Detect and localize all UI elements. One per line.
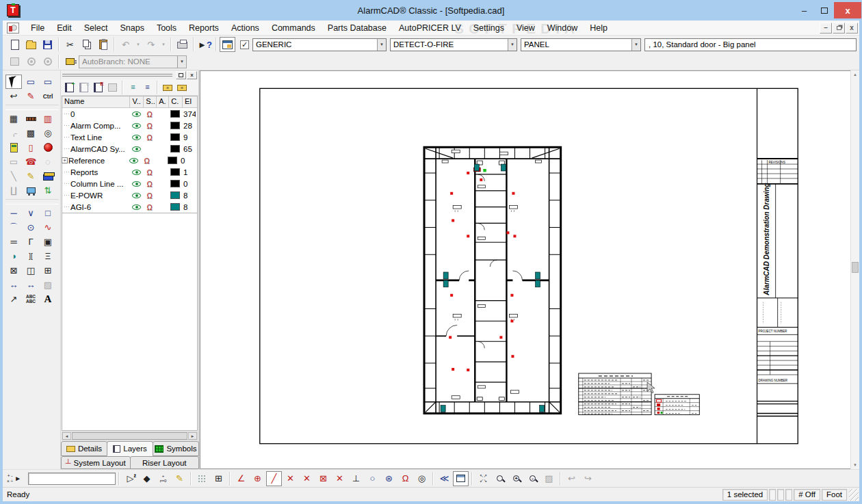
- lock-icon[interactable]: Ω: [143, 168, 156, 176]
- context-help-button[interactable]: ►?: [197, 37, 213, 52]
- panel-grip[interactable]: x: [61, 70, 198, 79]
- text-tool[interactable]: A: [40, 292, 56, 306]
- color-cell[interactable]: [168, 145, 182, 152]
- color-swatch[interactable]: [170, 203, 180, 211]
- scrollbar-thumb[interactable]: [852, 262, 859, 273]
- color-cell[interactable]: [168, 203, 182, 211]
- record-on-button[interactable]: [23, 54, 39, 69]
- manufacturer-combo[interactable]: GENERIC ▼: [252, 38, 387, 51]
- layer-row-2[interactable]: Text Line Ω 9: [62, 131, 197, 143]
- ctrl-modifier[interactable]: Ctrl: [40, 89, 56, 103]
- menu-view[interactable]: View: [510, 22, 541, 34]
- double-rect-tool[interactable]: ▣: [40, 235, 56, 249]
- save-button[interactable]: [40, 37, 55, 52]
- eye-icon[interactable]: [132, 170, 141, 175]
- chevron-down-icon[interactable]: ▼: [377, 39, 386, 51]
- dimension-angle-tool[interactable]: ↔: [23, 278, 39, 292]
- lock-icon[interactable]: Ω: [143, 191, 156, 200]
- undo-button[interactable]: ↶: [118, 37, 133, 52]
- properties-button[interactable]: [7, 54, 23, 69]
- import-layers-button[interactable]: »: [161, 81, 174, 94]
- door-device-tool[interactable]: ▯: [23, 140, 39, 155]
- table-grid-tool[interactable]: ⊞: [40, 263, 56, 278]
- color-swatch[interactable]: [168, 157, 177, 164]
- number-display-toggle[interactable]: # Off: [794, 489, 820, 501]
- color-cell[interactable]: [168, 133, 182, 141]
- ortho-button[interactable]: ∠: [233, 471, 249, 486]
- lock-icon[interactable]: Ω: [143, 180, 156, 188]
- scroll-left-arrow-icon[interactable]: ◄: [62, 432, 71, 440]
- col-visible[interactable]: V..: [130, 96, 144, 108]
- layout-view-button[interactable]: [220, 37, 235, 52]
- copy-button[interactable]: [79, 37, 94, 52]
- scroll-up-arrow-icon[interactable]: ▲: [852, 70, 859, 79]
- col-active[interactable]: A.: [157, 96, 169, 108]
- grip-handle[interactable]: [62, 73, 172, 77]
- resistor-tool[interactable]: [23, 111, 39, 126]
- collapse-toolbar-button[interactable]: ≪: [436, 471, 452, 486]
- color-cell[interactable]: [168, 122, 182, 129]
- new-layer-button[interactable]: +: [62, 81, 76, 94]
- eye-icon[interactable]: [132, 181, 141, 187]
- eye-icon[interactable]: [132, 123, 141, 129]
- pan-next-button[interactable]: ↪: [580, 471, 596, 486]
- speaker-tool[interactable]: ▩: [23, 126, 39, 140]
- junction-box-tool[interactable]: ▭: [5, 155, 22, 169]
- color-swatch[interactable]: [170, 145, 180, 152]
- redo-button[interactable]: ↷: [143, 37, 159, 52]
- layer-row-4[interactable]: + Reference Ω 0: [62, 155, 197, 166]
- menu-actions[interactable]: Actions: [225, 22, 265, 34]
- menu-window[interactable]: Window: [541, 22, 584, 34]
- panel-float-button[interactable]: [176, 71, 186, 79]
- snap-apparent-intersection-button[interactable]: ✕: [332, 471, 348, 486]
- layer-properties-button[interactable]: [105, 81, 119, 94]
- coordinate-entry-button[interactable]: + -× ÷ ►: [7, 473, 27, 483]
- canvas-vertical-scrollbar[interactable]: ▲ ▼: [850, 70, 859, 469]
- tab-layers[interactable]: Layers: [107, 441, 153, 456]
- panel-horizontal-scrollbar[interactable]: ◄ ►: [62, 432, 198, 440]
- zoom-window-button[interactable]: [492, 471, 508, 486]
- list-view-button[interactable]: ≡: [140, 81, 154, 94]
- tab-symbols[interactable]: Symbols: [153, 441, 199, 456]
- layer-row-8[interactable]: AGI-6 Ω 8: [62, 201, 197, 213]
- parallel-line-tool[interactable]: ═: [5, 235, 22, 249]
- snap-midpoint-button[interactable]: ✕: [299, 471, 315, 486]
- snap-nearest-button[interactable]: ╱: [266, 471, 282, 486]
- schedule-table-tool[interactable]: ▦: [5, 111, 22, 126]
- open-button[interactable]: [23, 37, 39, 52]
- col-elements[interactable]: El: [183, 96, 197, 108]
- rectangle-tool[interactable]: □: [40, 206, 56, 220]
- tree-view-button[interactable]: ≡: [126, 81, 140, 94]
- zoom-extents-button[interactable]: ↖↗↙↘: [475, 471, 491, 486]
- color-swatch[interactable]: [170, 133, 180, 141]
- layer-row-0[interactable]: 0 Ω 374: [62, 108, 197, 120]
- lock-icon[interactable]: Ω: [143, 133, 156, 142]
- menu-settings[interactable]: Settings: [467, 22, 510, 34]
- col-selectable[interactable]: S..: [144, 96, 157, 108]
- eye-icon[interactable]: [132, 193, 141, 198]
- color-cell[interactable]: [168, 180, 182, 187]
- scroll-down-arrow-icon[interactable]: ▼: [852, 461, 859, 469]
- cut-button[interactable]: ✂: [62, 37, 78, 52]
- lock-icon[interactable]: Ω: [143, 122, 156, 130]
- scroll-right-arrow-icon[interactable]: ►: [188, 432, 197, 440]
- arc-tool[interactable]: ⌒: [5, 220, 22, 235]
- center-snap-button[interactable]: ⊕: [250, 471, 265, 486]
- grid-dots-button[interactable]: [194, 471, 210, 486]
- dimension-tool[interactable]: ↔: [5, 278, 22, 292]
- chevron-down-icon[interactable]: ▼: [631, 39, 640, 51]
- color-swatch[interactable]: [170, 180, 180, 187]
- polyline-tool[interactable]: ∨: [23, 206, 39, 220]
- undo-dropdown[interactable]: ▼: [134, 37, 142, 52]
- snap-node-button[interactable]: ◎: [414, 471, 430, 486]
- chevron-down-icon[interactable]: ▼: [177, 56, 186, 68]
- menu-select[interactable]: Select: [78, 22, 114, 34]
- device-type-combo[interactable]: PANEL ▼: [521, 38, 641, 51]
- cart-tool[interactable]: [23, 183, 39, 198]
- circle-tool[interactable]: ⊙: [23, 220, 39, 235]
- snap-tangent-button[interactable]: ○: [365, 471, 380, 486]
- color-swatch[interactable]: [170, 191, 180, 199]
- color-cell[interactable]: [168, 191, 182, 199]
- eye-icon[interactable]: [132, 146, 141, 152]
- document-icon[interactable]: [7, 23, 19, 34]
